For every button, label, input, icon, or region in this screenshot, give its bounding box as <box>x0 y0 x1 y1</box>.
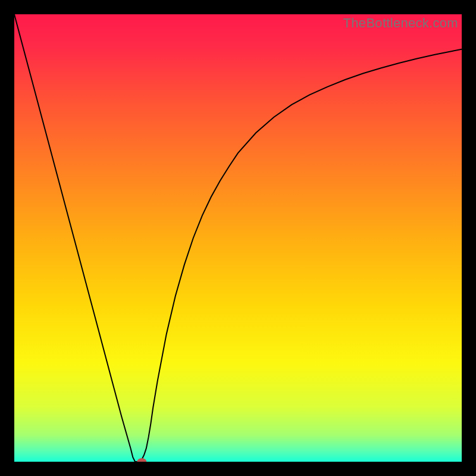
watermark-text: TheBottleneck.com <box>343 15 458 31</box>
chart-frame: TheBottleneck.com <box>14 14 462 462</box>
gradient-background <box>14 14 462 462</box>
bottleneck-chart <box>14 14 462 462</box>
